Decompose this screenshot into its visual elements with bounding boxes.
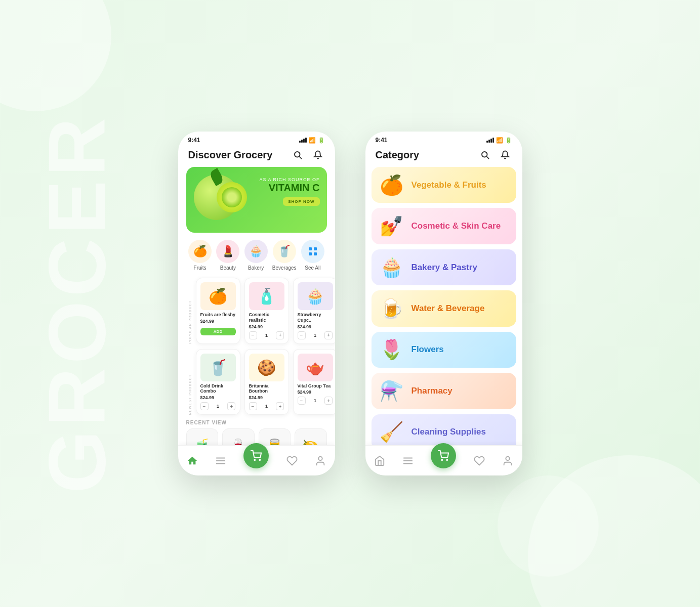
product-img-bourbon: 🍪	[249, 354, 284, 381]
status-icons-right: 📶 🔋	[486, 137, 512, 144]
product-name-cosmetic: Cosmetic realistic	[249, 312, 284, 323]
popular-label: POPULAR PRODUCT	[186, 278, 192, 344]
qty-plus-bourbon[interactable]: +	[276, 402, 284, 410]
qty-minus-tea[interactable]: −	[298, 397, 306, 405]
see-all-icon	[301, 240, 324, 263]
product-card-tea[interactable]: 🫖 Vital Group Tea $24.99 − 1 +	[293, 349, 335, 415]
veg-icon: 🍊	[380, 174, 403, 196]
header-icons-right	[478, 148, 512, 162]
status-bar-left: 9:41 📶 🔋	[178, 132, 335, 146]
qty-control-bourbon: − 1 +	[249, 402, 284, 410]
phones-container: 9:41 📶 🔋 Discover Grocery	[178, 132, 522, 475]
pharmacy-name: Pharmacy	[411, 386, 452, 396]
nav-cart-left[interactable]	[243, 443, 269, 468]
qty-num-cold-drink: 1	[217, 404, 219, 409]
category-card-flowers[interactable]: 🌷 Flowers	[372, 332, 516, 368]
category-beauty[interactable]: 💄 Beauty	[216, 240, 239, 271]
banner-shop-button[interactable]: SHOP NOW	[283, 197, 319, 206]
qty-num-tea: 1	[314, 398, 316, 403]
bakery-icon-right: 🧁	[380, 256, 403, 279]
phone-right: 9:41 📶 🔋 Category	[365, 132, 522, 475]
qty-plus-tea[interactable]: +	[324, 397, 333, 405]
product-name-tea: Vital Group Tea	[298, 383, 333, 389]
bell-icon[interactable]	[311, 148, 325, 162]
svg-point-9	[255, 459, 256, 460]
battery-icon: 🔋	[318, 137, 325, 144]
category-card-pharmacy[interactable]: ⚗️ Pharmacy	[372, 373, 516, 409]
banner-lime-graphic	[191, 172, 247, 228]
svg-rect-5	[314, 252, 317, 255]
product-img-fruits: 🍊	[200, 282, 236, 310]
newest-products-content: 🥤 Cold Drink Combo $24.99 − 1 + 🍪	[192, 349, 335, 415]
app-title-right: Category	[376, 149, 420, 161]
product-name-cupcake: Strawberry Cupc..	[298, 312, 333, 323]
product-name-cold-drink: Cold Drink Combo	[200, 383, 236, 395]
nav-profile-right[interactable]	[502, 455, 513, 466]
banner[interactable]: AS A RICH SOURCE OF VITAMIN C SHOP NOW	[186, 167, 327, 233]
popular-products-row: 🍊 Fruits are fleshy $24.99 ADD 🧴 Cosmeti…	[196, 278, 335, 344]
qty-plus-cosmetic[interactable]: +	[276, 331, 284, 339]
category-bakery[interactable]: 🧁 Bakery	[244, 240, 268, 271]
category-beverages[interactable]: 🥤 Beverages	[272, 240, 297, 271]
battery-icon-right: 🔋	[505, 137, 512, 144]
product-card-cupcake[interactable]: 🧁 Strawberry Cupc.. $24.99 − 1 +	[293, 278, 335, 344]
qty-plus-cold-drink[interactable]: +	[227, 402, 235, 410]
product-price-bourbon: $24.99	[249, 395, 284, 400]
category-fruits[interactable]: 🍊 Fruits	[188, 240, 212, 271]
nav-home-left[interactable]	[187, 455, 198, 466]
signal-icon-right	[486, 138, 494, 143]
nav-home-right[interactable]	[374, 455, 385, 466]
svg-point-18	[447, 459, 448, 460]
cleaning-name: Cleaning Supplies	[411, 427, 486, 437]
signal-icon	[299, 138, 307, 143]
qty-num-cupcake: 1	[314, 333, 316, 338]
nav-cart-right[interactable]	[431, 443, 456, 468]
app-title-left: Discover Grocery	[188, 149, 273, 161]
qty-plus-cupcake[interactable]: +	[324, 331, 333, 339]
qty-minus-bourbon[interactable]: −	[249, 402, 257, 410]
app-header-right: Category	[365, 146, 522, 167]
nav-menu-left[interactable]	[215, 455, 226, 466]
product-card-fruits[interactable]: 🍊 Fruits are fleshy $24.99 ADD	[196, 278, 240, 344]
product-card-cold-drink[interactable]: 🥤 Cold Drink Combo $24.99 − 1 +	[196, 349, 240, 415]
bottom-nav-right	[365, 445, 522, 475]
search-icon-right[interactable]	[478, 148, 492, 162]
product-card-bourbon[interactable]: 🍪 Britannia Bourbon $24.99 − 1 +	[244, 349, 289, 415]
category-card-bakery[interactable]: 🧁 Bakery & Pastry	[372, 249, 516, 285]
header-icons-left	[291, 148, 325, 162]
status-icons-left: 📶 🔋	[299, 137, 325, 144]
qty-minus-cosmetic[interactable]: −	[249, 331, 257, 339]
nav-profile-left[interactable]	[315, 455, 326, 466]
qty-control-cosmetic: − 1 +	[249, 331, 284, 339]
qty-minus-cupcake[interactable]: −	[298, 331, 306, 339]
pharmacy-icon: ⚗️	[380, 380, 403, 402]
bell-icon-right[interactable]	[498, 148, 512, 162]
qty-minus-cold-drink[interactable]: −	[200, 402, 209, 410]
nav-favorites-left[interactable]	[286, 455, 298, 466]
add-fruits-button[interactable]: ADD	[200, 328, 236, 335]
product-price-cosmetic: $24.99	[249, 324, 284, 329]
category-card-veg[interactable]: 🍊 Vegetable & Fruits	[372, 167, 516, 203]
product-card-cosmetic[interactable]: 🧴 Cosmetic realistic $24.99 − 1 +	[244, 278, 289, 344]
water-icon: 🍺	[380, 297, 403, 320]
search-icon[interactable]	[291, 148, 305, 162]
product-img-cold-drink: 🥤	[200, 354, 236, 381]
category-card-cosmetic[interactable]: 💅 Cosmetic & Skin Care	[372, 208, 516, 244]
bottom-nav-left	[178, 445, 335, 475]
category-see-all[interactable]: See All	[301, 240, 324, 271]
qty-num-cosmetic: 1	[265, 333, 268, 338]
category-card-water[interactable]: 🍺 Water & Beverage	[372, 290, 516, 326]
bg-decoration-mid	[498, 475, 599, 577]
nav-favorites-right[interactable]	[474, 455, 485, 466]
status-bar-right: 9:41 📶 🔋	[365, 132, 522, 146]
banner-text: AS A RICH SOURCE OF VITAMIN C SHOP NOW	[259, 177, 319, 206]
fruits-label: Fruits	[194, 265, 207, 271]
flowers-name: Flowers	[411, 344, 444, 355]
see-all-label: See All	[305, 265, 320, 271]
bakery-name: Bakery & Pastry	[411, 263, 477, 273]
phone-content-left: AS A RICH SOURCE OF VITAMIN C SHOP NOW 🍊…	[178, 167, 335, 470]
qty-control-cupcake: − 1 +	[298, 331, 333, 339]
water-name: Water & Beverage	[411, 304, 485, 314]
newest-products-row: 🥤 Cold Drink Combo $24.99 − 1 + 🍪	[196, 349, 335, 415]
nav-menu-right[interactable]	[402, 455, 414, 466]
